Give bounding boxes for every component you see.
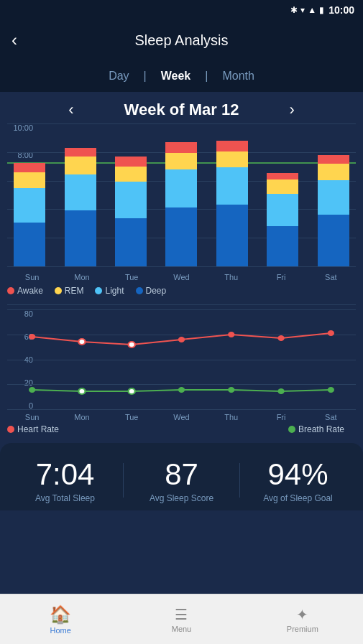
stat-sleep-score-value: 87 [124,457,239,492]
stat-total-sleep-value: 7:04 [7,457,123,492]
rate-x-wed: Wed [157,413,206,421]
bar-deep-tue [115,218,147,266]
rate-x-mon: Mon [57,413,106,421]
rate-x-thu: Thu [206,413,256,421]
deep-label: Deep [146,286,167,296]
x-label-sat: Sat [306,273,356,281]
rate-x-tue: Tue [107,413,157,421]
bar-rem-sat [318,164,349,179]
battery-icon: ▮ [319,5,324,15]
legend-breath-rate: Breath Rate [288,424,344,434]
heart-rate-dot [7,426,14,433]
light-dot [95,287,102,294]
nav-menu-label: Menu [172,625,192,633]
back-button[interactable]: ‹ [12,30,17,50]
stat-sleep-goal-label: Avg of Sleep Goal [240,493,356,503]
legend-rem: REM [55,286,84,296]
rate-x-fri: Fri [256,413,305,421]
bar-light-tue [115,182,147,218]
x-label-tue: Tue [107,273,157,281]
next-week-button[interactable]: › [275,101,309,119]
stat-total-sleep-label: Avg Total Sleep [7,493,123,503]
rate-x-labels: Sun Mon Tue Wed Thu Fri Sat [7,413,356,421]
breath-rate-dot [288,426,295,433]
bar-stack-tue [115,146,147,266]
light-label: Light [105,286,124,296]
bar-stack-sat [318,143,349,266]
bar-stack-thu [216,133,248,266]
home-icon: 🏠 [50,605,71,625]
rate-x-sat: Sat [306,413,356,421]
bar-rem-wed [165,153,197,170]
legend-light: Light [95,286,124,296]
bar-rem-tue [115,167,147,182]
grid-line-0 [7,123,356,124]
tab-month[interactable]: Month [208,70,268,83]
nav-home-label: Home [50,626,70,635]
bar-awake-thu [216,141,248,151]
rate-x-sun: Sun [7,413,57,421]
x-label-mon: Mon [57,273,106,281]
week-nav: ‹ Week of Mar 12 › [0,92,363,123]
bar-stack-wed [165,136,197,266]
bar-awake-tue [115,157,147,166]
hr-dot-tue [129,342,135,347]
rate-legend: Heart Rate Breath Rate [0,421,363,437]
bar-awake-sat [318,155,349,164]
br-dot-mon [78,388,85,394]
tab-week[interactable]: Week [147,70,206,83]
nav-home[interactable]: 🏠 Home [0,605,121,635]
status-time: 10:00 [328,4,354,16]
nav-menu[interactable]: ☰ Menu [121,606,242,633]
rate-chart-container: 80 60 40 20 0 [0,309,363,421]
bar-thu [210,133,254,266]
br-dot-fri [277,388,284,394]
stat-sleep-score-label: Avg Sleep Score [124,493,239,503]
stats-section: 7:04 Avg Total Sleep 87 Avg Sleep Score … [0,443,363,510]
status-icons: ✱ ▾ ▲ ▮ [290,5,324,15]
hr-dot-sun [29,334,35,340]
br-dot-wed [178,387,185,393]
bar-fri [260,160,305,266]
stat-sleep-goal-value: 94% [240,457,356,492]
bar-deep-sun [14,223,45,266]
bar-tue [109,146,153,266]
bar-deep-mon [65,210,96,266]
tabs-bar: Day | Week | Month [0,60,363,92]
nav-premium-label: Premium [287,625,318,633]
br-dot-sat [328,387,334,393]
bar-rem-mon [65,157,96,174]
bar-deep-thu [216,205,248,266]
sleep-x-labels: Sun Mon Tue Wed Thu Fri Sat [7,270,356,281]
bar-light-thu [216,167,248,205]
page-title: Sleep Analysis [134,32,228,49]
br-dot-thu [228,387,234,393]
stat-sleep-score: 87 Avg Sleep Score [124,457,239,503]
x-label-wed: Wed [157,273,206,281]
hr-dot-thu [228,332,234,337]
rem-dot [55,287,62,294]
breath-rate-label: Breath Rate [298,424,344,434]
nav-premium[interactable]: ✦ Premium [242,606,363,633]
bar-stack-sun [14,151,45,266]
deep-dot [136,287,143,294]
sleep-chart-area [7,123,356,267]
bar-deep-sat [318,215,349,266]
bar-stack-mon [65,139,96,266]
header: ‹ Sleep Analysis [0,20,363,60]
legend-heart-rate: Heart Rate [7,424,59,434]
stat-total-sleep: 7:04 Avg Total Sleep [7,457,123,503]
bottom-nav: 🏠 Home ☰ Menu ✦ Premium [0,594,363,644]
bar-light-sat [318,180,349,215]
prev-week-button[interactable]: ‹ [54,101,88,119]
tab-day[interactable]: Day [94,70,143,83]
bar-deep-wed [165,207,197,266]
bar-wed [159,136,203,266]
bar-awake-wed [165,142,197,153]
week-title: Week of Mar 12 [88,101,275,119]
wifi-icon: ▾ [300,5,305,15]
bar-sun [7,151,52,266]
bar-awake-mon [65,148,96,157]
awake-dot [7,287,14,294]
hr-dot-fri [277,335,284,341]
